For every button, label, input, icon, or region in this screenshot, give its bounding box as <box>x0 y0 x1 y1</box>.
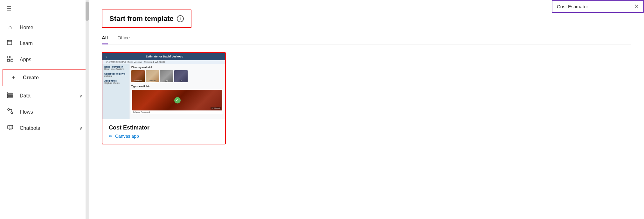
selected-floor-preview: ✓ $7.39/sq ft <box>132 90 222 110</box>
create-icon: + <box>10 74 17 81</box>
checkmark-icon: ✓ <box>174 97 181 103</box>
mockup-subheader: 1/11/2019 12:30 PM · David Veskovo · Red… <box>102 60 225 64</box>
svg-rect-9 <box>7 96 13 98</box>
swatch-hardwood: Hardwood <box>131 70 145 82</box>
svg-point-11 <box>11 112 13 114</box>
chatbots-icon <box>6 124 14 132</box>
sidebar-item-home[interactable]: ⌂ Home <box>0 20 89 35</box>
sidebar-item-label: Data <box>20 93 31 99</box>
template-card-cost-estimator[interactable]: ‹ Estimate for David Veskovo 1/11/2019 1… <box>102 52 226 144</box>
learn-icon <box>6 40 14 47</box>
chevron-down-icon: ∨ <box>79 93 82 98</box>
sidebar-item-label: Chatbots <box>20 125 40 131</box>
search-container: ✕ <box>552 0 644 13</box>
mockup-types-title: Types available <box>131 85 223 88</box>
sidebar-item-label: Apps <box>20 57 31 63</box>
card-image: ‹ Estimate for David Veskovo 1/11/2019 1… <box>102 53 225 119</box>
sidebar-item-data[interactable]: Data ∨ <box>0 88 89 104</box>
mockup-flooring-title: Flooring material <box>131 66 223 69</box>
sidebar-item-label: Create <box>23 75 39 81</box>
content-area: Start from template i All Office ‹ Estim… <box>89 0 644 219</box>
sidebar: ☰ ⌂ Home Learn <box>0 0 89 219</box>
card-title: Cost Estimator <box>109 124 219 131</box>
home-icon: ⌂ <box>6 24 14 31</box>
start-from-template-section: Start from template i <box>102 10 191 28</box>
card-type-row: ✏ Canvas app <box>109 134 219 139</box>
svg-rect-0 <box>7 40 12 45</box>
flooring-swatches: Hardwood Laminate Vinyl Ti <box>131 70 223 82</box>
mockup-sidebar-flooring: Select flooring stylematerial <box>104 73 127 77</box>
mockup-body: Basic informationRoom specifications Sel… <box>102 64 225 119</box>
templates-grid: ‹ Estimate for David Veskovo 1/11/2019 1… <box>102 52 631 144</box>
swatch-tile: Tile <box>174 70 188 82</box>
tab-office[interactable]: Office <box>117 35 130 44</box>
swatch-laminate: Laminate <box>146 70 159 82</box>
mockup-sidebar-basic: Basic informationRoom specifications <box>104 66 127 70</box>
sidebar-item-chatbots[interactable]: Chatbots ∨ <box>0 120 89 136</box>
scrollbar-thumb <box>86 2 89 21</box>
chevron-down-icon: ∨ <box>79 126 82 131</box>
mockup-header: ‹ Estimate for David Veskovo <box>102 53 225 60</box>
svg-rect-7 <box>7 92 13 93</box>
mockup-types-box: ✓ $7.39/sq ft Belacian Rosewood <box>131 89 223 114</box>
sidebar-item-label: Home <box>20 25 33 30</box>
svg-point-14 <box>11 127 12 128</box>
floor-price: $7.39/sq ft <box>211 107 221 110</box>
sidebar-nav: ⌂ Home Learn <box>0 17 89 139</box>
svg-rect-4 <box>11 56 13 58</box>
svg-rect-6 <box>11 59 13 62</box>
data-icon <box>6 92 14 99</box>
svg-point-13 <box>9 127 10 128</box>
app-mockup: ‹ Estimate for David Veskovo 1/11/2019 1… <box>102 53 225 119</box>
info-icon[interactable]: i <box>177 15 184 22</box>
sidebar-item-label: Flows <box>20 109 33 115</box>
flows-icon <box>6 108 14 116</box>
section-title: Start from template <box>109 15 174 23</box>
sidebar-scrollbar[interactable] <box>86 0 89 219</box>
svg-rect-3 <box>7 56 10 58</box>
sidebar-item-flows[interactable]: Flows <box>0 104 89 120</box>
sidebar-item-label: Learn <box>20 41 33 46</box>
search-box[interactable]: ✕ <box>552 0 644 13</box>
sidebar-header: ☰ <box>0 0 89 17</box>
mockup-title: Estimate for David Veskovo <box>146 55 183 58</box>
svg-rect-12 <box>8 125 13 129</box>
swatch-vinyl: Vinyl <box>160 70 173 82</box>
floor-name: Belacian Rosewood <box>132 110 222 113</box>
tab-all[interactable]: All <box>102 35 108 44</box>
sidebar-item-apps[interactable]: Apps <box>0 51 89 68</box>
mockup-back-icon: ‹ <box>106 54 107 59</box>
search-input[interactable] <box>557 4 632 9</box>
pencil-icon: ✏ <box>109 134 113 139</box>
sidebar-item-create[interactable]: + Create <box>3 69 86 86</box>
main-content: Start from template i All Office ‹ Estim… <box>89 0 644 219</box>
svg-rect-5 <box>7 59 10 62</box>
svg-rect-8 <box>7 94 13 96</box>
apps-icon <box>6 56 14 63</box>
svg-point-10 <box>8 109 10 110</box>
sidebar-item-learn[interactable]: Learn <box>0 35 89 51</box>
card-type-label: Canvas app <box>115 134 139 139</box>
card-info: Cost Estimator ✏ Canvas app <box>102 119 225 144</box>
mockup-sidebar-photos: Add photosCapture photos <box>104 80 127 84</box>
search-clear-icon[interactable]: ✕ <box>634 3 639 9</box>
mockup-right-content: Flooring material Hardwood Laminate <box>129 64 225 119</box>
hamburger-icon[interactable]: ☰ <box>6 5 11 12</box>
tabs-container: All Office <box>102 35 631 44</box>
mockup-left-sidebar: Basic informationRoom specifications Sel… <box>102 64 129 119</box>
